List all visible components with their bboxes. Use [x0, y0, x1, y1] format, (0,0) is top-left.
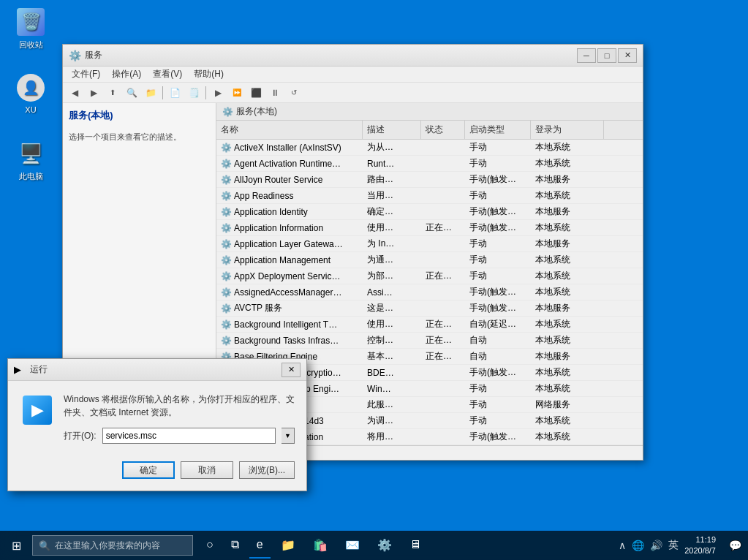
run-cancel-button[interactable]: 取消 [181, 461, 233, 479]
service-status-cell [421, 211, 465, 213]
systray-chevron[interactable]: ∧ [619, 540, 626, 551]
menu-view[interactable]: 查看(V) [147, 67, 188, 82]
col-header-startup[interactable]: 启动类型 [465, 121, 531, 139]
service-startup-cell: 手动 [465, 397, 531, 412]
taskbar-search-box[interactable]: 🔍 在这里输入你要搜索的内容 [32, 535, 193, 556]
table-row[interactable]: ⚙️ Application Identity 确定… 手动(触发… 本地服务 [216, 204, 643, 220]
run-dropdown-button[interactable]: ▼ [282, 428, 295, 444]
run-dialog-icon: ▶ [14, 364, 26, 376]
service-status-cell [421, 307, 465, 310]
service-desc-cell: 为调… [363, 413, 421, 428]
systray-network[interactable]: 🌐 [632, 540, 644, 551]
toolbar-forward[interactable]: ▶ [85, 85, 102, 101]
breadcrumb-text: 服务(本地) [236, 105, 277, 118]
table-row[interactable]: ⚙️ ActiveX Installer (AxInstSV) 为从… 手动 本… [216, 140, 643, 156]
table-row[interactable]: ⚙️ Application Layer Gatewa… 为 In… 手动 本地… [216, 236, 643, 252]
recycle-bin-label: 回收站 [19, 39, 43, 50]
service-desc-cell: 基本… [363, 349, 421, 364]
table-row[interactable]: ⚙️ Background Tasks Infras… 控制… 正在… 自动 本… [216, 333, 643, 349]
desktop-icon-user[interactable]: 👤 XU [7, 73, 54, 114]
menu-file[interactable]: 文件(F) [66, 67, 106, 82]
run-browse-button[interactable]: 浏览(B)... [239, 461, 295, 479]
menu-help[interactable]: 帮助(H) [188, 67, 230, 82]
service-icon: ⚙️ [221, 159, 231, 169]
service-icon: ⚙️ [221, 336, 231, 346]
systray: ∧ 🌐 🔊 英 11:19 2020/8/7 [613, 531, 722, 560]
table-row[interactable]: ⚙️ AssignedAccessManager… Assi… 手动(触发… 本… [216, 284, 643, 300]
service-icon: ⚙️ [221, 255, 231, 265]
service-icon: ⚙️ [221, 191, 231, 201]
service-name-text: Application Identity [234, 207, 308, 217]
service-login-cell: 本地系统 [531, 429, 604, 444]
toolbar-play[interactable]: ▶ [209, 85, 227, 101]
toolbar-folders[interactable]: 📁 [142, 85, 159, 101]
service-login-cell: 本地服务 [531, 300, 604, 316]
service-name-text: App Readiness [234, 191, 293, 201]
toolbar-export[interactable]: 📄 [166, 85, 184, 101]
taskbar-settings[interactable]: ⚙️ [370, 532, 399, 559]
systray-volume[interactable]: 🔊 [650, 540, 662, 551]
toolbar-pause[interactable]: ⏸ [266, 85, 284, 101]
run-ok-button[interactable]: 确定 [122, 461, 175, 479]
table-row[interactable]: ⚙️ Application Information 使用… 正在… 手动(触发… [216, 220, 643, 236]
table-row[interactable]: ⚙️ Application Management 为通… 手动 本地系统 [216, 252, 643, 268]
col-header-name[interactable]: 名称 [216, 121, 363, 139]
table-row[interactable]: ⚙️ App Readiness 当用… 手动 本地系统 [216, 188, 643, 204]
service-status-cell: 正在… [421, 220, 465, 235]
menu-action[interactable]: 操作(A) [106, 67, 147, 82]
toolbar-back[interactable]: ◀ [66, 85, 83, 101]
user-icon-label: XU [25, 105, 36, 114]
col-header-login[interactable]: 登录为 [531, 121, 604, 139]
col-header-desc[interactable]: 描述 [363, 121, 421, 139]
run-icon-area: ▶ [20, 393, 55, 428]
service-desc-cell: 控制… [363, 333, 421, 348]
notification-button[interactable]: 💬 [722, 531, 748, 560]
run-close-button[interactable]: ✕ [282, 363, 301, 377]
desktop-icon-this-pc[interactable]: 🖥️ 此电脑 [7, 139, 54, 182]
taskbar-cortana[interactable]: ○ [199, 532, 221, 559]
toolbar-play2[interactable]: ⏩ [228, 85, 246, 101]
run-dialog: ▶ 运行 ✕ ▶ Windows 将根据你所输入的名称，为你打开相应的程序、文件… [7, 358, 307, 491]
toolbar-up[interactable]: ⬆ [104, 85, 121, 101]
table-row[interactable]: ⚙️ Background Intelligent T… 使用… 正在… 自动(… [216, 317, 643, 333]
service-login-cell: 本地系统 [531, 252, 604, 268]
taskbar-edge[interactable]: e [249, 532, 271, 559]
service-name-text: AppX Deployment Servic… [234, 271, 340, 281]
systray-lang[interactable]: 英 [668, 539, 679, 552]
service-status-cell [421, 146, 465, 149]
minimize-button[interactable]: ─ [577, 48, 596, 63]
service-startup-cell: 手动 [465, 381, 531, 396]
toolbar-stop[interactable]: ⬛ [247, 85, 265, 101]
taskbar-mail[interactable]: ✉️ [338, 532, 367, 559]
taskbar-task-view[interactable]: ⧉ [224, 532, 246, 559]
toolbar-restart[interactable]: ↺ [285, 85, 303, 101]
left-panel-desc: 选择一个项目来查看它的描述。 [69, 131, 210, 143]
table-row[interactable]: ⚙️ AppX Deployment Servic… 为部… 正在… 手动 本地… [216, 268, 643, 284]
taskbar-store[interactable]: 🛍️ [306, 532, 335, 559]
service-desc-cell: 为通… [363, 252, 421, 268]
table-row[interactable]: ⚙️ Agent Activation Runtime… Runt… 手动 本地… [216, 156, 643, 172]
service-name-text: Background Intelligent T… [234, 319, 337, 330]
service-name-cell: ⚙️ Background Tasks Infras… [216, 334, 363, 347]
service-startup-cell: 自动 [465, 349, 531, 364]
table-row[interactable]: ⚙️ AllJoyn Router Service 路由… 手动(触发… 本地服… [216, 172, 643, 188]
desktop-icon-recycle-bin[interactable]: 🗑️ 回收站 [7, 7, 54, 50]
systray-clock[interactable]: 11:19 2020/8/7 [684, 534, 716, 557]
service-desc-cell: 这是… [363, 300, 421, 316]
taskbar-remote[interactable]: 🖥 [402, 532, 428, 559]
col-header-status[interactable]: 状态 [421, 121, 465, 139]
service-name-cell: ⚙️ Application Layer Gatewa… [216, 238, 363, 251]
taskbar-explorer[interactable]: 📁 [273, 532, 303, 559]
taskbar-apps: ○ ⧉ e 📁 🛍️ ✉️ ⚙️ 🖥 [193, 532, 613, 559]
run-command-input[interactable] [102, 428, 276, 444]
services-title-text: 服务 [85, 49, 577, 61]
maximize-button[interactable]: □ [597, 48, 616, 63]
table-row[interactable]: ⚙️ AVCTP 服务 这是… 手动(触发… 本地服务 [216, 300, 643, 317]
start-button[interactable]: ⊞ [0, 531, 32, 560]
toolbar-properties[interactable]: 🗒️ [185, 85, 203, 101]
service-status-cell [421, 420, 465, 423]
breadcrumb-icon: ⚙️ [222, 107, 233, 117]
toolbar-search[interactable]: 🔍 [123, 85, 140, 101]
close-button[interactable]: ✕ [618, 48, 637, 63]
systray-date-text: 2020/8/7 [684, 545, 716, 556]
